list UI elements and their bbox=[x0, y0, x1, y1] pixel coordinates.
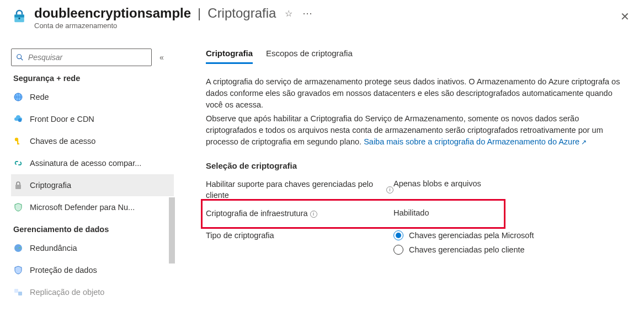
blade-header: doubleencryptionsample | Criptografia ☆ … bbox=[0, 0, 644, 30]
sidebar-item-label: Front Door e CDN bbox=[30, 115, 94, 123]
infra-encryption-value: Habilitado bbox=[393, 208, 429, 217]
sidebar-scrollbar-thumb[interactable] bbox=[169, 197, 175, 264]
tab-encryption-scopes[interactable]: Escopos de criptografia bbox=[266, 49, 353, 64]
sidebar-item-frontdoor[interactable]: Front Door e CDN bbox=[11, 108, 174, 130]
search-icon bbox=[16, 53, 24, 61]
infra-encryption-label: Criptografia de infraestrutura bbox=[206, 208, 308, 219]
lock-small-icon bbox=[13, 180, 23, 190]
row-encryption-type: Tipo de criptografia Chaves gerenciadas … bbox=[206, 230, 627, 255]
replication-icon bbox=[13, 287, 23, 297]
sidebar-item-label: Proteção de dados bbox=[30, 266, 97, 275]
encryption-type-label: Tipo de criptografia bbox=[206, 230, 274, 241]
sidebar-item-label: Assinatura de acesso compar... bbox=[30, 159, 141, 168]
radio-icon bbox=[393, 230, 403, 240]
sidebar-item-sas[interactable]: Assinatura de acesso compar... bbox=[11, 152, 174, 174]
resource-name: doubleencryptionsample bbox=[34, 6, 191, 21]
svg-point-2 bbox=[18, 18, 20, 19]
collapse-sidebar-icon[interactable]: « bbox=[159, 53, 164, 62]
cmk-support-value: Apenas blobs e arquivos bbox=[393, 179, 481, 188]
radio-icon bbox=[393, 245, 403, 255]
sidebar-item-defender[interactable]: Microsoft Defender para Nu... bbox=[11, 196, 174, 218]
sidebar-item-label: Redundância bbox=[30, 244, 77, 252]
sidebar: « Segurança + rede Rede Front Door e CDN bbox=[0, 43, 174, 328]
blade-title: Criptografia bbox=[207, 6, 276, 21]
row-cmk-support: Habilitar suporte para chaves gerenciada… bbox=[206, 179, 627, 201]
tab-bar: Criptografia Escopos de criptografia bbox=[206, 49, 627, 64]
sidebar-item-label: Chaves de acesso bbox=[30, 137, 95, 146]
svg-point-3 bbox=[17, 55, 22, 59]
encryption-type-radio-group: Chaves gerenciadas pela Microsoft Chaves… bbox=[393, 230, 534, 255]
radio-microsoft-managed[interactable]: Chaves gerenciadas pela Microsoft bbox=[393, 230, 534, 240]
link-icon bbox=[13, 158, 23, 168]
sidebar-scrollbar[interactable] bbox=[169, 72, 175, 232]
intro-paragraph-1: A criptografia do serviço de armazenamen… bbox=[206, 76, 625, 111]
sidebar-item-label: Criptografia bbox=[30, 181, 71, 190]
key-icon bbox=[13, 136, 23, 146]
svg-rect-12 bbox=[14, 289, 18, 293]
sidebar-item-label: Rede bbox=[30, 93, 49, 101]
cmk-support-label: Habilitar suporte para chaves gerenciada… bbox=[206, 179, 384, 201]
svg-point-6 bbox=[18, 119, 22, 122]
radio-customer-managed[interactable]: Chaves gerenciadas pelo cliente bbox=[393, 245, 534, 255]
more-menu-icon[interactable]: ⋯ bbox=[302, 7, 313, 19]
svg-rect-9 bbox=[17, 143, 19, 144]
sidebar-item-object-replication[interactable]: Replicação de objeto bbox=[11, 281, 174, 303]
favorite-star-icon[interactable]: ☆ bbox=[285, 8, 292, 19]
info-icon[interactable]: i bbox=[386, 186, 393, 193]
sidebar-item-access-keys[interactable]: Chaves de acesso bbox=[11, 130, 174, 152]
globe-icon bbox=[13, 92, 23, 102]
learn-more-link-text: Saiba mais sobre a criptografia do Armaz… bbox=[364, 137, 579, 146]
globe-solid-icon bbox=[13, 243, 23, 253]
svg-line-4 bbox=[21, 58, 23, 61]
resource-type-label: Conta de armazenamento bbox=[34, 21, 313, 30]
page-root: doubleencryptionsample | Criptografia ☆ … bbox=[0, 0, 644, 328]
sidebar-section-data: Gerenciamento de dados bbox=[13, 225, 174, 234]
external-link-icon: ↗ bbox=[581, 138, 587, 146]
close-icon[interactable]: ✕ bbox=[620, 10, 630, 23]
sidebar-section-security: Segurança + rede bbox=[13, 74, 174, 83]
sidebar-item-label: Microsoft Defender para Nu... bbox=[30, 203, 135, 212]
svg-rect-13 bbox=[18, 292, 22, 295]
sidebar-item-label: Replicação de objeto bbox=[30, 288, 104, 297]
radio-label: Chaves gerenciadas pela Microsoft bbox=[409, 231, 534, 240]
learn-more-link[interactable]: Saiba mais sobre a criptografia do Armaz… bbox=[364, 137, 587, 146]
info-icon[interactable]: i bbox=[310, 211, 317, 218]
svg-rect-1 bbox=[14, 15, 24, 18]
main-content: Criptografia Escopos de criptografia A c… bbox=[174, 43, 644, 328]
intro-paragraph-2: Observe que após habilitar a Criptografi… bbox=[206, 113, 625, 148]
search-input[interactable] bbox=[27, 52, 147, 62]
encryption-selection-heading: Seleção de criptografia bbox=[206, 161, 627, 170]
lock-icon bbox=[11, 8, 28, 24]
tab-encryption[interactable]: Criptografia bbox=[206, 49, 253, 64]
row-infrastructure-encryption: Criptografia de infraestrutura i Habilit… bbox=[206, 208, 627, 219]
sidebar-item-network[interactable]: Rede bbox=[11, 86, 174, 108]
cloud-icon bbox=[13, 114, 23, 124]
svg-rect-10 bbox=[15, 185, 21, 189]
shield-icon bbox=[13, 202, 23, 212]
sidebar-item-redundancy[interactable]: Redundância bbox=[11, 237, 174, 259]
sidebar-item-data-protection[interactable]: Proteção de dados bbox=[11, 259, 174, 281]
sidebar-search-box[interactable] bbox=[11, 49, 152, 66]
radio-label: Chaves gerenciadas pelo cliente bbox=[409, 245, 525, 254]
title-separator: | bbox=[198, 6, 201, 21]
shield-blue-icon bbox=[13, 265, 23, 275]
sidebar-item-encryption[interactable]: Criptografia bbox=[11, 174, 174, 196]
